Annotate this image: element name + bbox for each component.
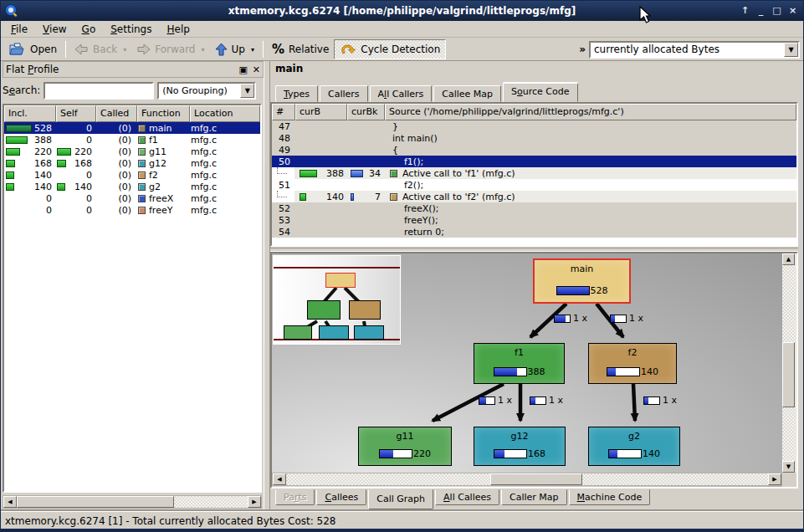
scroll-right-icon[interactable]: ▶ <box>768 473 781 485</box>
graph-hscrollbar[interactable]: ◀ ▶ <box>272 473 782 486</box>
scrollbar-corner <box>782 473 796 487</box>
status-bar: xtmemory.kcg.6274 [1] - Total currently … <box>1 511 803 530</box>
combo-dropdown-icon[interactable]: ▼ <box>240 84 254 98</box>
table-row-main[interactable]: 528 0 (0) main mfg.c <box>4 122 260 134</box>
scrollbar-thumb[interactable] <box>17 496 174 508</box>
function-color-icon <box>138 195 146 202</box>
app-icon[interactable] <box>4 3 19 18</box>
tab-callee-map[interactable]: Callee Map <box>433 85 501 102</box>
open-button[interactable]: Open <box>4 39 62 59</box>
scroll-left-icon[interactable]: ◀ <box>3 496 17 508</box>
column-header-source[interactable]: Source ('/home/philippe/valgrind/littlep… <box>385 104 796 120</box>
graph-node-main[interactable]: main 528 <box>533 258 631 304</box>
relative-toggle-button[interactable]: % Relative <box>267 39 334 59</box>
menu-go[interactable]: Go <box>75 22 103 37</box>
tab-all-callers[interactable]: All Callers <box>370 85 433 102</box>
source-line[interactable]: 52freeX(); <box>272 202 796 214</box>
table-row-g2[interactable]: 140 140 (0) g2 mfg.c <box>4 181 260 192</box>
scrollbar-thumb[interactable] <box>490 473 582 485</box>
minimize-button[interactable]: _ <box>754 4 768 18</box>
dock-header[interactable]: Flat Profile ▣ ✕ <box>3 61 264 78</box>
function-view-tabs: Types Callers All Callers Callee Map Sou… <box>275 83 580 102</box>
close-button[interactable]: × <box>786 4 800 18</box>
tab-caller-map[interactable]: Caller Map <box>501 489 567 505</box>
grouping-select[interactable]: (No Grouping) ▼ <box>157 82 256 100</box>
minimap-node-g12 <box>319 325 349 340</box>
column-header-location[interactable]: Location <box>190 105 260 122</box>
graph-node-g2[interactable]: g2 140 <box>588 427 680 466</box>
title-bar[interactable]: xtmemory.kcg.6274 [/home/philippe/valgri… <box>1 1 803 21</box>
graph-vscrollbar[interactable]: ▲ ▼ <box>782 253 796 473</box>
tab-types[interactable]: Types <box>275 85 318 102</box>
source-line[interactable]: 49{ <box>272 144 796 156</box>
source-line[interactable]: 53freeY(); <box>272 214 796 226</box>
menu-view[interactable]: View <box>36 22 73 37</box>
call-graph-view[interactable]: main 528 f1 388 f2 140 g11 220 g12 168 g… <box>270 252 798 489</box>
table-row-g11[interactable]: 220 220 (0) g11 mfg.c <box>4 146 260 157</box>
scroll-right-icon[interactable]: ▶ <box>248 496 261 508</box>
table-row-g12[interactable]: 168 168 (0) g12 mfg.c <box>4 157 260 169</box>
source-line[interactable]: 54return 0; <box>272 226 796 238</box>
column-header-function[interactable]: Function <box>137 105 190 122</box>
menu-file[interactable]: File <box>4 22 34 37</box>
search-input[interactable] <box>44 82 154 100</box>
tab-call-graph[interactable]: Call Graph <box>368 489 433 509</box>
graph-node-g11[interactable]: g11 220 <box>358 427 452 466</box>
back-dropdown-icon[interactable]: ▾ <box>123 46 126 54</box>
tab-all-callees[interactable]: All Callees <box>435 489 499 505</box>
table-row-f1[interactable]: 388 0 (0) f1 mfg.c <box>4 134 260 146</box>
source-line-selected[interactable]: 50f1(); <box>272 156 796 167</box>
tab-machine-code[interactable]: Machine Code <box>569 489 651 505</box>
active-function-title: main <box>275 63 303 74</box>
toolbar-overflow-chevron[interactable]: » <box>579 43 586 55</box>
flat-profile-hscrollbar[interactable]: ◀ ▶ <box>3 495 262 509</box>
window-title: xtmemory.kcg.6274 [/home/philippe/valgri… <box>1 5 803 17</box>
vertical-splitter[interactable] <box>264 61 270 509</box>
scrollbar-thumb[interactable] <box>782 342 795 407</box>
forward-button[interactable]: Forward ▾ <box>131 39 209 59</box>
graph-overview-minimap[interactable] <box>273 255 401 345</box>
graph-node-f1[interactable]: f1 388 <box>474 343 565 384</box>
tab-callers[interactable]: Callers <box>320 85 368 102</box>
scroll-left-icon[interactable]: ◀ <box>273 473 286 485</box>
back-button[interactable]: Back ▾ <box>69 39 131 59</box>
source-line[interactable]: 51f2(); <box>272 179 796 191</box>
table-row-freeX[interactable]: 0 0 (0) freeX mfg.c <box>4 192 260 204</box>
forward-dropdown-icon[interactable]: ▾ <box>201 46 204 54</box>
tab-callees[interactable]: Callees <box>316 489 366 505</box>
source-line[interactable]: 48int main() <box>272 132 796 144</box>
scroll-down-icon[interactable]: ▼ <box>782 461 795 473</box>
cost-bar <box>494 449 527 458</box>
source-call-row-f2[interactable]: 140 7 Active call to 'f2' (mfg.c) <box>272 191 796 202</box>
function-color-icon <box>138 136 146 144</box>
up-dropdown-icon[interactable]: ▾ <box>251 46 254 54</box>
maximize-button[interactable]: □ <box>770 4 784 18</box>
column-header-called[interactable]: Called <box>96 105 137 122</box>
menu-help[interactable]: Help <box>160 22 196 37</box>
function-color-icon <box>390 193 397 201</box>
event-type-select[interactable]: currently allocated Bytes ▼ <box>589 41 800 59</box>
scroll-up-icon[interactable]: ▲ <box>782 253 795 265</box>
tab-source-code[interactable]: Source Code <box>503 83 577 102</box>
column-header-curb[interactable]: curB <box>295 104 347 120</box>
graph-node-f2[interactable]: f2 140 <box>588 343 677 384</box>
column-header-line[interactable]: # <box>272 104 295 120</box>
dock-close-icon[interactable]: ✕ <box>253 65 260 74</box>
combo-dropdown-icon[interactable]: ▼ <box>784 43 798 57</box>
cycle-detection-toggle-button[interactable]: Cycle Detection <box>334 39 446 59</box>
shade-button[interactable]: ↑ <box>738 4 752 18</box>
column-header-curbk[interactable]: curBk <box>347 104 385 120</box>
table-row-freeY[interactable]: 0 0 (0) freeY mfg.c <box>4 204 260 216</box>
table-row-f2[interactable]: 140 0 (0) f2 mfg.c <box>4 169 260 181</box>
source-call-row-f1[interactable]: 388 34 Active call to 'f1' (mfg.c) <box>272 167 796 179</box>
column-header-self[interactable]: Self <box>56 105 96 122</box>
source-line[interactable]: 47} <box>272 120 796 132</box>
forward-arrow-icon <box>136 43 151 55</box>
column-header-incl[interactable]: Incl. <box>4 105 56 122</box>
tree-branch-icon <box>272 167 294 179</box>
up-button[interactable]: Up ▾ <box>210 39 259 59</box>
menu-settings[interactable]: Settings <box>104 22 158 37</box>
minimap-node-f2 <box>349 300 381 320</box>
dock-float-icon[interactable]: ▣ <box>238 65 247 74</box>
graph-node-g12[interactable]: g12 168 <box>474 427 566 466</box>
